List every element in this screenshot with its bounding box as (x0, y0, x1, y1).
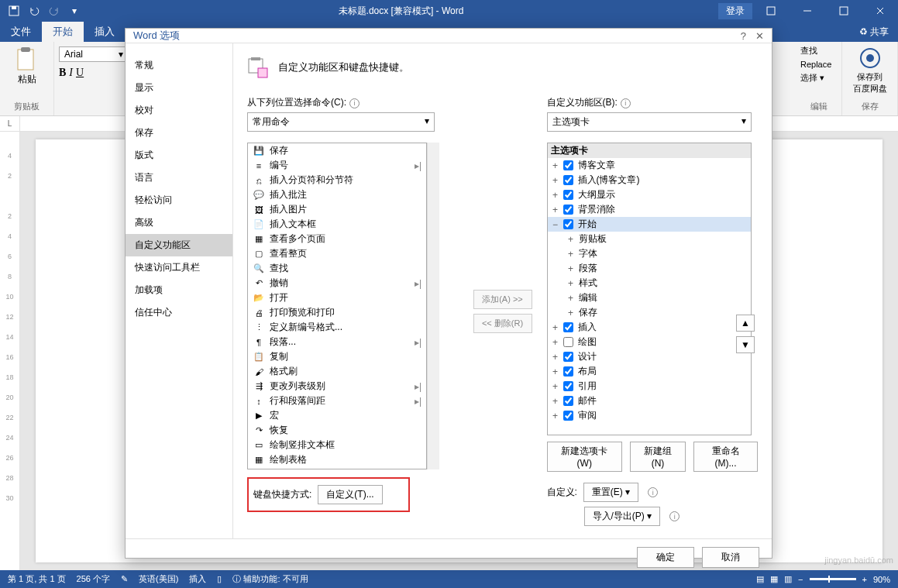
expand-icon[interactable]: + (551, 175, 560, 186)
tree-item[interactable]: +插入(博客文章) (548, 173, 751, 187)
expand-icon[interactable]: + (551, 160, 560, 171)
minimize-icon[interactable] (790, 0, 825, 22)
command-item[interactable]: ▶宏 (248, 408, 426, 423)
tree-checkbox[interactable] (563, 381, 573, 391)
zoom-level[interactable]: 90% (873, 575, 890, 584)
redo-icon[interactable] (45, 2, 64, 19)
expand-icon[interactable]: + (551, 411, 560, 421)
word-count[interactable]: 256 个字 (77, 573, 110, 585)
tree-item[interactable]: +审阅 (548, 408, 751, 423)
command-item[interactable]: ▭绘制竖排文本框 (248, 438, 426, 452)
command-item[interactable]: 🔍查找 (248, 261, 426, 276)
tree-item[interactable]: +邮件 (548, 394, 751, 408)
import-export-button[interactable]: 导入/导出(P) ▾ (584, 507, 661, 526)
underline-button[interactable]: U (76, 67, 84, 79)
add-button[interactable]: 添加(A) >> (473, 290, 532, 309)
tree-checkbox[interactable] (563, 366, 573, 377)
ok-button[interactable]: 确定 (637, 547, 694, 568)
command-item[interactable]: 📂打开 (248, 291, 426, 305)
sidebar-item[interactable]: 校对 (126, 99, 232, 122)
sidebar-item[interactable]: 常规 (126, 54, 232, 77)
commands-list[interactable]: 💾保存≡编号▸|⎌插入分页符和分节符💬插入批注🖼插入图片📄插入文本框▦查看多个页… (247, 143, 427, 469)
tree-checkbox[interactable] (563, 337, 573, 347)
sidebar-item[interactable]: 显示 (126, 77, 232, 99)
login-button[interactable]: 登录 (718, 3, 752, 19)
info-icon[interactable]: i (648, 487, 658, 497)
find-button[interactable]: 查找 (800, 45, 837, 57)
tree-item[interactable]: +段落 (548, 261, 751, 276)
expand-icon[interactable]: + (551, 381, 560, 392)
paste-button[interactable]: 粘贴 (5, 43, 49, 89)
commands-from-select[interactable]: 常用命令▾ (247, 112, 435, 132)
expand-icon[interactable]: + (551, 366, 560, 377)
share-button[interactable]: ♻ 共享 (850, 22, 898, 42)
tree-item[interactable]: +样式 (548, 276, 751, 291)
command-item[interactable]: 💾保存 (248, 143, 426, 158)
qat-dropdown-icon[interactable]: ▾ (65, 2, 84, 19)
tree-item[interactable]: −开始 (548, 217, 751, 232)
tree-checkbox[interactable] (563, 396, 573, 406)
zoom-out-icon[interactable]: − (798, 575, 803, 584)
expand-icon[interactable]: + (566, 234, 576, 245)
command-item[interactable]: 🖨打印预览和打印 (248, 305, 426, 320)
tree-item[interactable]: +字体 (548, 246, 751, 261)
command-item[interactable]: ⎌插入分页符和分节符 (248, 173, 426, 187)
expand-icon[interactable]: + (551, 337, 560, 348)
expand-icon[interactable]: + (551, 396, 560, 407)
view-web-icon[interactable]: ▥ (784, 574, 792, 584)
dialog-close-icon[interactable]: ✕ (755, 30, 764, 42)
sidebar-item[interactable]: 版式 (126, 144, 232, 167)
tree-checkbox[interactable] (563, 160, 573, 170)
zoom-in-icon[interactable]: + (862, 575, 867, 584)
expand-icon[interactable]: − (551, 219, 560, 230)
tree-checkbox[interactable] (563, 411, 573, 421)
tree-checkbox[interactable] (563, 175, 573, 185)
save-icon[interactable] (5, 2, 23, 19)
command-item[interactable]: ≡编号▸| (248, 158, 426, 173)
command-item[interactable]: 📋复制 (248, 349, 426, 364)
customize-keyboard-button[interactable]: 自定义(T)... (318, 485, 382, 504)
command-item[interactable]: 🖼插入图片 (248, 202, 426, 217)
cloud-save-icon[interactable] (858, 46, 882, 70)
command-item[interactable]: ¶段落...▸| (248, 335, 426, 349)
italic-button[interactable]: I (69, 67, 73, 79)
remove-button[interactable]: << 删除(R) (473, 314, 532, 333)
tree-item[interactable]: +引用 (548, 379, 751, 394)
bold-button[interactable]: B (59, 67, 66, 79)
command-item[interactable]: 🖌格式刷 (248, 364, 426, 379)
command-item[interactable]: ▢查看整页 (248, 246, 426, 261)
tree-checkbox[interactable] (563, 352, 573, 362)
cancel-button[interactable]: 取消 (702, 547, 759, 568)
expand-icon[interactable]: + (566, 249, 576, 260)
ribbon-display-icon[interactable] (753, 0, 789, 22)
tree-checkbox[interactable] (563, 205, 573, 215)
close-icon[interactable] (862, 0, 898, 22)
tree-item[interactable]: +编辑 (548, 291, 751, 305)
tree-item[interactable]: +背景消除 (548, 202, 751, 217)
tree-item[interactable]: +绘图 (548, 335, 751, 349)
command-item[interactable]: 📄插入文本框 (248, 217, 426, 232)
tree-item[interactable]: +插入 (548, 320, 751, 335)
sidebar-item[interactable]: 加载项 (126, 279, 232, 301)
ribbon-select[interactable]: 主选项卡▾ (547, 112, 752, 132)
expand-icon[interactable]: + (566, 293, 576, 304)
sidebar-item[interactable]: 快速访问工具栏 (126, 256, 232, 279)
sidebar-item[interactable]: 高级 (126, 211, 232, 234)
info-icon[interactable]: i (349, 98, 360, 108)
sidebar-item[interactable]: 保存 (126, 122, 232, 144)
select-button[interactable]: 选择 ▾ (800, 72, 837, 84)
scrollbar[interactable] (427, 143, 439, 469)
ribbon-tree[interactable]: 主选项卡+博客文章+插入(博客文章)+大纲显示+背景消除−开始+剪贴板+字体+段… (547, 143, 752, 435)
help-icon[interactable]: ? (741, 30, 746, 42)
move-up-button[interactable]: ▲ (736, 315, 755, 332)
command-item[interactable]: ⇶更改列表级别▸| (248, 379, 426, 394)
expand-icon[interactable]: + (551, 322, 560, 333)
expand-icon[interactable]: + (551, 190, 560, 201)
command-item[interactable]: ↷恢复 (248, 423, 426, 438)
command-item[interactable]: ⋮定义新编号格式... (248, 320, 426, 335)
tree-item[interactable]: +保存 (548, 305, 751, 320)
tree-item[interactable]: +博客文章 (548, 158, 751, 173)
page-count[interactable]: 第 1 页, 共 1 页 (8, 573, 66, 585)
command-item[interactable]: ↶撤销▸| (248, 276, 426, 291)
command-item[interactable]: ↕行和段落间距▸| (248, 394, 426, 408)
